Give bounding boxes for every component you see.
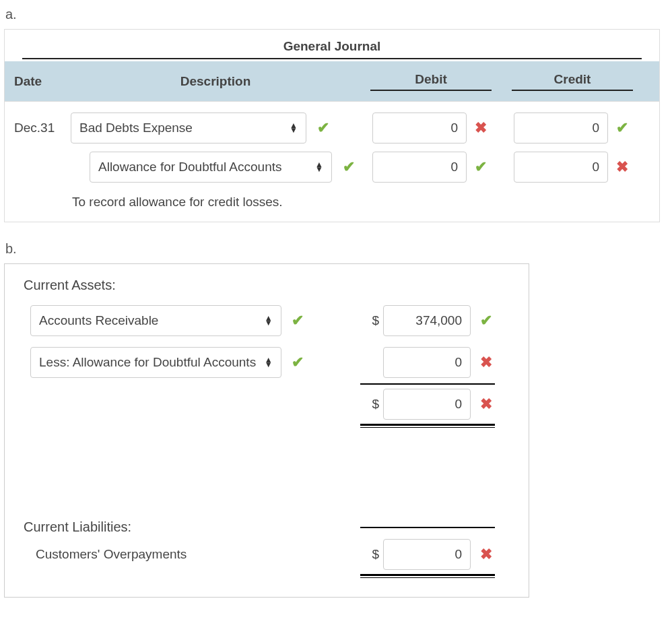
double-rule [360,574,495,578]
cross-icon: ✖ [613,158,631,176]
journal-note: To record allowance for credit losses. [10,195,654,210]
liabilities-row: Customers' Overpayments $ ✖ [24,539,510,570]
check-icon: ✔ [472,158,490,176]
dollar-sign: $ [370,397,383,412]
section-a-label: a. [5,7,668,22]
subtotal-rule [360,527,495,528]
assets-row: Less: Allowance for Doubtful Accounts ▲▼… [24,347,510,378]
cross-icon: ✖ [472,119,490,137]
dollar-sign: $ [370,313,383,328]
updown-icon: ▲▼ [315,162,323,172]
updown-icon: ▲▼ [265,358,273,367]
check-icon: ✔ [477,312,495,329]
header-date: Date [10,74,71,89]
check-icon: ✔ [290,354,306,371]
cross-icon: ✖ [477,395,495,413]
assets-row1-select[interactable]: Accounts Receivable ▲▼ [30,305,281,336]
updown-icon: ▲▼ [265,316,273,325]
row2-credit-input[interactable] [514,152,608,183]
row1-credit-input[interactable] [514,113,608,143]
assets-total-row: $ ✖ [24,389,510,420]
assets-row2-label: Less: Allowance for Doubtful Accounts [39,355,256,370]
journal-row: Allowance for Doubtful Accounts ▲▼ ✔ ✔ ✖ [10,148,654,187]
header-debit: Debit [360,72,502,91]
assets-row: Accounts Receivable ▲▼ ✔ $ ✔ [24,305,510,336]
subtotal-rule [360,383,495,385]
row1-debit-input[interactable] [372,113,467,143]
assets-row1-label: Accounts Receivable [39,313,158,328]
cross-icon: ✖ [477,546,495,563]
assets-row2-input[interactable] [383,347,471,378]
row1-account-label: Bad Debts Expense [79,121,193,135]
liabilities-label: Customers' Overpayments [36,547,187,562]
section-b-label: b. [5,241,668,257]
check-icon: ✔ [613,119,631,137]
liabilities-input[interactable] [383,539,471,570]
row1-date: Dec.31 [10,121,71,135]
balance-box: Current Assets: Accounts Receivable ▲▼ ✔… [4,263,529,598]
cross-icon: ✖ [477,354,495,371]
general-journal-box: General Journal Date Description Debit C… [4,29,660,222]
check-icon: ✔ [340,158,358,176]
current-assets-heading: Current Assets: [24,278,510,293]
dollar-sign: $ [370,547,383,562]
journal-title: General Journal [22,39,642,59]
row2-account-select[interactable]: Allowance for Doubtful Accounts ▲▼ [90,152,332,183]
row1-account-select[interactable]: Bad Debts Expense ▲▼ [71,113,306,143]
assets-row2-select[interactable]: Less: Allowance for Doubtful Accounts ▲▼ [30,347,281,378]
check-icon: ✔ [290,312,306,329]
check-icon: ✔ [314,119,332,137]
row2-debit-input[interactable] [372,152,467,183]
row2-account-label: Allowance for Doubtful Accounts [98,160,282,174]
journal-header-row: Date Description Debit Credit [5,61,659,102]
updown-icon: ▲▼ [290,123,298,133]
header-description: Description [71,74,360,89]
double-rule [360,424,495,428]
header-credit: Credit [502,72,643,91]
assets-row1-input[interactable] [383,305,471,336]
current-liabilities-heading: Current Liabilities: [24,519,131,535]
journal-row: Dec.31 Bad Debts Expense ▲▼ ✔ ✖ ✔ [10,108,654,148]
assets-total-input[interactable] [383,389,471,420]
